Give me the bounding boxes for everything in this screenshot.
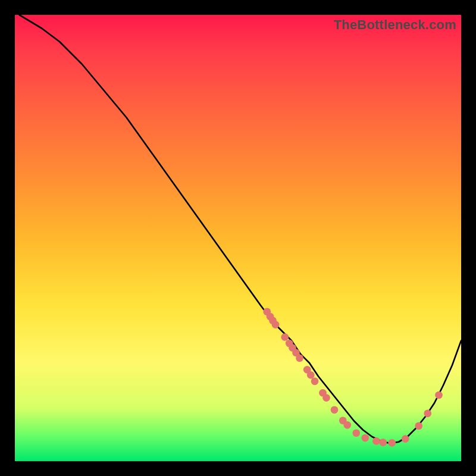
chart-point bbox=[311, 377, 319, 385]
chart-point bbox=[272, 321, 280, 328]
chart-point bbox=[379, 439, 387, 446]
chart-point bbox=[435, 392, 443, 399]
plot-area: TheBottleneck.com bbox=[15, 15, 461, 461]
chart-points bbox=[263, 308, 443, 446]
chart-point bbox=[415, 422, 422, 430]
chart-point bbox=[388, 439, 396, 447]
chart-point bbox=[361, 434, 369, 442]
chart-point bbox=[372, 437, 380, 445]
chart-point bbox=[307, 371, 315, 379]
chart-point bbox=[352, 429, 360, 437]
chart-point bbox=[424, 409, 431, 417]
chart-point bbox=[296, 354, 303, 362]
chart-point bbox=[402, 435, 409, 443]
chart-point bbox=[331, 406, 339, 414]
chart-point bbox=[343, 421, 351, 429]
chart-curve bbox=[20, 15, 462, 443]
chart-point bbox=[322, 394, 330, 402]
chart-point bbox=[281, 333, 289, 341]
chart-overlay bbox=[15, 15, 461, 461]
chart-stage: TheBottleneck.com bbox=[0, 0, 476, 476]
